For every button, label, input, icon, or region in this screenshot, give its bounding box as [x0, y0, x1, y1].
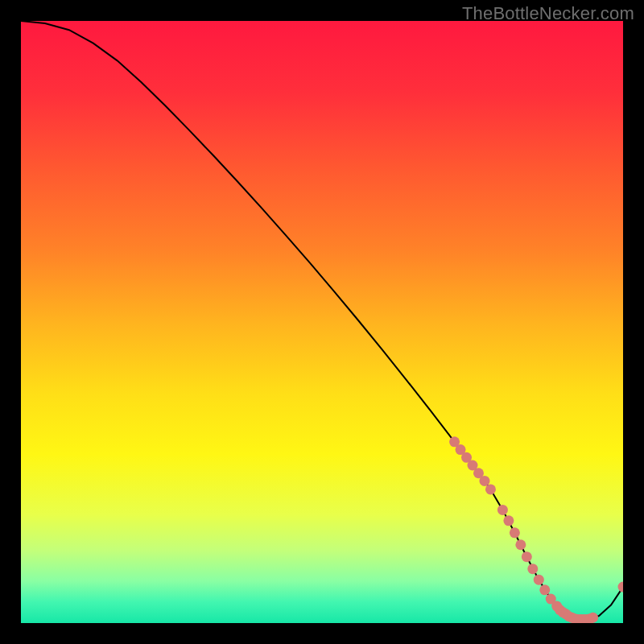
highlight-point	[485, 484, 496, 494]
highlight-point	[588, 613, 598, 623]
highlight-point	[503, 515, 514, 526]
highlight-point	[527, 564, 538, 574]
highlight-point	[479, 476, 489, 486]
highlight-point	[497, 505, 508, 515]
highlight-point	[534, 575, 544, 585]
highlight-point	[510, 527, 520, 538]
plot-area	[21, 21, 623, 623]
gradient-background	[21, 21, 623, 623]
highlight-point	[515, 539, 526, 550]
highlight-point	[522, 551, 532, 562]
watermark-text: TheBottleNecker.com	[462, 3, 634, 24]
chart-stage: TheBottleNecker.com	[0, 0, 644, 644]
chart-svg	[21, 21, 623, 623]
highlight-point	[539, 584, 550, 595]
